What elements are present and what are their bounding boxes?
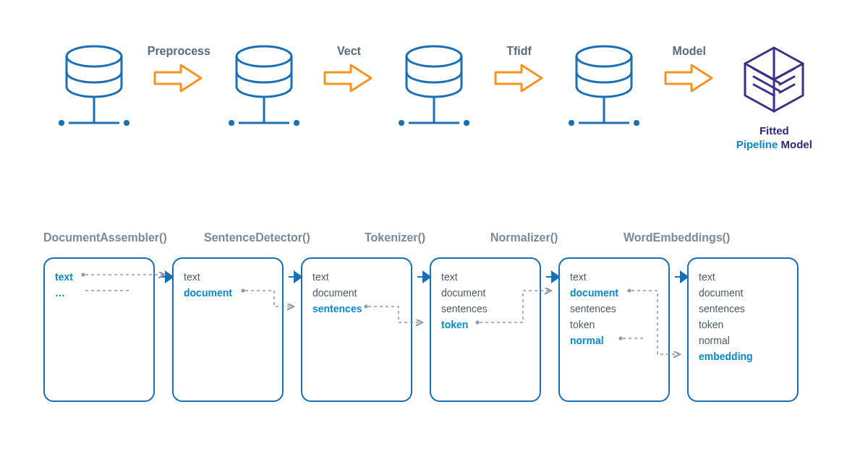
arrow-label: Preprocess bbox=[148, 45, 210, 58]
stage-label: DocumentAssembler() bbox=[43, 231, 172, 244]
database-icon bbox=[224, 43, 304, 145]
arrow-label: Model bbox=[673, 45, 706, 58]
box-line: text bbox=[441, 269, 529, 285]
model-node: Fitted Pipeline Model bbox=[724, 43, 825, 152]
arrow-vect: Vect bbox=[320, 64, 378, 93]
box-line: token bbox=[441, 317, 529, 333]
box-line: … bbox=[55, 285, 143, 301]
model-label: Fitted Pipeline Model bbox=[724, 124, 825, 152]
database-node bbox=[43, 43, 144, 145]
stage-box: textdocumentsentences bbox=[301, 257, 412, 402]
box-line: normal bbox=[699, 333, 787, 348]
box-line: text bbox=[55, 269, 143, 285]
database-node bbox=[383, 43, 484, 145]
arrow-tfidf: Tfidf bbox=[490, 64, 548, 93]
svg-point-18 bbox=[569, 120, 574, 126]
svg-point-13 bbox=[399, 120, 404, 126]
svg-point-3 bbox=[59, 120, 64, 126]
box-line: sentences bbox=[441, 301, 529, 317]
boxes-container: text…textdocumenttextdocumentsentenceste… bbox=[43, 257, 825, 402]
box-line: sentences bbox=[699, 301, 787, 317]
arrow-icon bbox=[494, 64, 545, 93]
svg-point-8 bbox=[229, 120, 234, 126]
mini-arrow-icon bbox=[546, 270, 561, 286]
box-line: document bbox=[441, 285, 529, 301]
pipeline-top-row: Preprocess Vect bbox=[43, 43, 825, 152]
box-line: document bbox=[699, 285, 787, 301]
svg-point-15 bbox=[576, 46, 631, 67]
stage-box: textdocumentsentencestokennormalembeddin… bbox=[687, 257, 799, 402]
box-line: sentences bbox=[570, 301, 658, 317]
box-line: normal bbox=[570, 333, 658, 348]
box-line: document bbox=[184, 285, 272, 301]
arrow-model: Model bbox=[660, 64, 718, 93]
arrow-preprocess: Preprocess bbox=[150, 64, 208, 93]
arrow-icon bbox=[153, 64, 204, 93]
box-line: text bbox=[184, 269, 272, 285]
database-node bbox=[213, 43, 314, 145]
database-icon bbox=[394, 43, 474, 145]
box-line: document bbox=[312, 285, 401, 301]
box-line: document bbox=[570, 285, 658, 301]
arrow-icon bbox=[323, 64, 374, 93]
arrow-icon bbox=[664, 64, 715, 93]
stage-box: textdocumentsentencestokennormal bbox=[558, 257, 670, 402]
stage-box: text… bbox=[43, 257, 155, 402]
arrow-label: Vect bbox=[337, 45, 361, 58]
box-line: text bbox=[570, 269, 658, 285]
cube-icon bbox=[738, 43, 810, 116]
stage-box: textdocumentsentencestoken bbox=[430, 257, 541, 402]
box-line: sentences bbox=[312, 301, 401, 317]
model-label-line: Pipeline bbox=[736, 138, 778, 150]
svg-point-10 bbox=[407, 46, 461, 67]
stage-label: WordEmbeddings() bbox=[624, 231, 730, 244]
database-node bbox=[553, 43, 654, 145]
mini-arrow-icon bbox=[160, 270, 174, 286]
box-line: embedding bbox=[699, 348, 787, 364]
stage-label: Normalizer() bbox=[490, 231, 592, 244]
box-line: text bbox=[312, 269, 401, 285]
mini-arrow-icon bbox=[675, 270, 689, 286]
mini-arrow-icon bbox=[417, 270, 432, 286]
database-icon bbox=[54, 43, 134, 145]
svg-point-19 bbox=[634, 120, 639, 126]
svg-point-0 bbox=[67, 46, 122, 67]
box-line: text bbox=[699, 269, 787, 285]
model-label-line: Model bbox=[780, 138, 812, 150]
database-icon bbox=[564, 43, 644, 145]
pipeline-bottom-row: DocumentAssembler() SentenceDetector() T… bbox=[43, 231, 825, 402]
stage-labels: DocumentAssembler() SentenceDetector() T… bbox=[43, 231, 825, 244]
model-label-line: Fitted bbox=[760, 124, 789, 137]
stage-label: SentenceDetector() bbox=[204, 231, 333, 244]
stage-box: textdocument bbox=[172, 257, 284, 402]
box-line: token bbox=[699, 317, 787, 333]
box-line: token bbox=[570, 317, 658, 333]
stage-label: Tokenizer() bbox=[365, 231, 459, 244]
svg-point-14 bbox=[464, 120, 469, 126]
svg-point-9 bbox=[294, 120, 299, 126]
arrow-label: Tfidf bbox=[506, 45, 532, 58]
svg-point-5 bbox=[237, 46, 292, 67]
svg-point-4 bbox=[124, 120, 129, 126]
mini-arrow-icon bbox=[289, 270, 303, 286]
